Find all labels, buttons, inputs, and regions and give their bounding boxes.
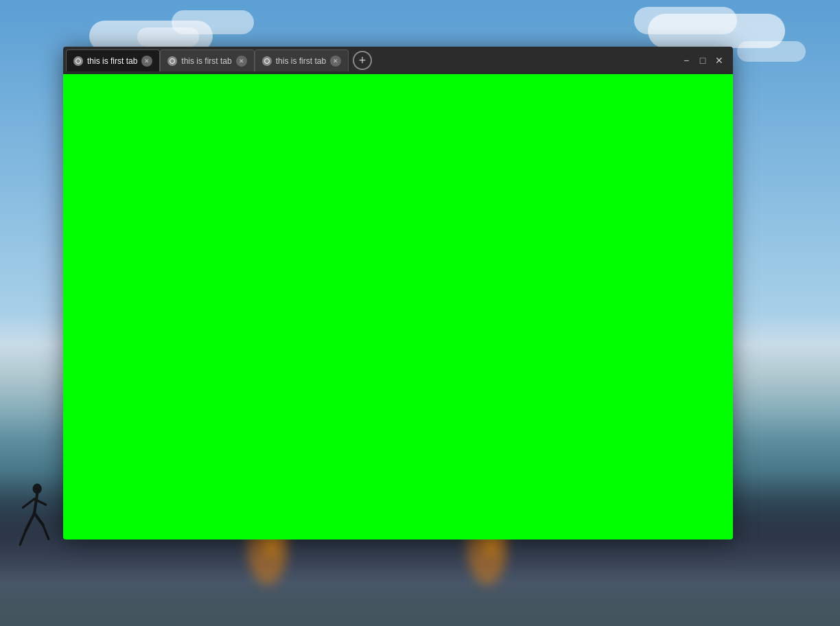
tab-2[interactable]: this is first tab ✕ (160, 49, 254, 71)
minimize-button[interactable]: − (681, 55, 692, 66)
browser-content (63, 74, 733, 540)
tab-1-label: this is first tab (87, 56, 137, 66)
cloud-6 (737, 41, 806, 62)
title-bar: this is first tab ✕ this is first tab ✕ … (63, 47, 733, 74)
tab-2-close-button[interactable]: ✕ (236, 56, 247, 67)
svg-line-4 (26, 513, 35, 531)
svg-line-7 (43, 525, 49, 540)
tab-1-close-button[interactable]: ✕ (141, 56, 152, 67)
tab-2-label: this is first tab (181, 56, 231, 66)
tab-3-label: this is first tab (276, 56, 326, 66)
new-tab-button[interactable]: + (353, 51, 372, 70)
browser-window: this is first tab ✕ this is first tab ✕ … (63, 47, 733, 540)
tab-3[interactable]: this is first tab ✕ (255, 49, 349, 71)
tab-2-favicon (167, 56, 177, 66)
maximize-button[interactable]: □ (697, 55, 708, 66)
tab-3-close-button[interactable]: ✕ (330, 56, 341, 67)
cloud-3 (137, 27, 199, 47)
cloud-5 (634, 7, 737, 34)
svg-line-5 (34, 513, 43, 525)
runner-silhouette (14, 482, 55, 550)
close-button[interactable]: ✕ (714, 55, 725, 66)
svg-line-1 (34, 494, 37, 513)
svg-line-6 (20, 531, 25, 545)
svg-point-0 (33, 484, 42, 494)
tab-3-favicon (262, 56, 272, 66)
svg-line-2 (23, 499, 34, 508)
tab-1-favicon (73, 56, 83, 66)
window-controls: − □ ✕ (681, 55, 730, 66)
tab-1[interactable]: this is first tab ✕ (66, 49, 160, 71)
